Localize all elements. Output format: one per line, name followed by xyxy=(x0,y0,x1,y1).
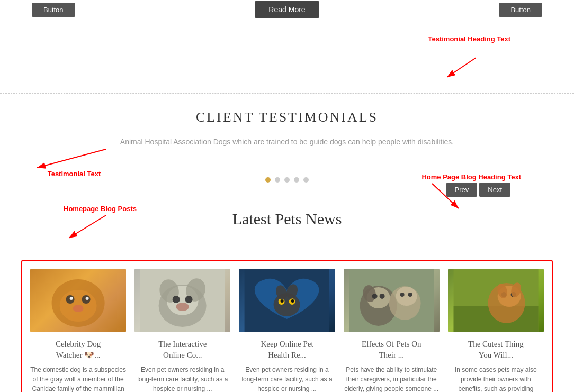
testimonials-section: CLIENT TESTIMONIALS Testimonial Text Ani… xyxy=(0,93,574,169)
blog-card-1-image xyxy=(30,269,126,332)
svg-point-27 xyxy=(281,299,284,303)
svg-point-22 xyxy=(176,303,189,311)
blog-card-5-title: The Cutest ThingYou Will... xyxy=(468,339,524,361)
blog-card-1-excerpt: The domestic dog is a subspecies of the … xyxy=(30,365,126,392)
dog-grey-svg xyxy=(134,269,230,332)
blog-card-5-excerpt: In some cases pets may also provide thei… xyxy=(448,365,544,392)
svg-point-13 xyxy=(86,297,89,300)
dogs-two-svg xyxy=(344,269,440,332)
svg-point-39 xyxy=(400,293,404,297)
homepage-blog-annotation: Homepage Blog Posts xyxy=(64,205,137,244)
read-more-button[interactable]: Read More xyxy=(255,1,319,18)
homepage-blog-arrow-icon xyxy=(64,213,127,242)
svg-point-21 xyxy=(185,296,193,303)
blog-heading-text-annotation: Home Page Blog Heading Text xyxy=(421,173,521,215)
blog-card-3: Keep Online PetHealth Re... Even pet own… xyxy=(239,269,335,392)
blog-card-5: The Cutest ThingYou Will... In some case… xyxy=(448,269,544,392)
svg-point-24 xyxy=(274,293,300,316)
annotation-area: Testimonial Heading Text xyxy=(0,19,574,93)
blog-card-2-excerpt: Even pet owners residing in a long-term … xyxy=(134,365,230,392)
testimonial-text-arrow-icon xyxy=(32,141,116,173)
blog-card-1: Celebrity DogWatcher 🐶... The domestic d… xyxy=(30,269,126,392)
heading-arrow-icon xyxy=(444,55,487,81)
right-button[interactable]: Button xyxy=(499,3,542,17)
svg-point-40 xyxy=(408,293,412,297)
dot-5[interactable] xyxy=(303,177,309,183)
blog-card-3-excerpt: Even pet owners residing in a long-term … xyxy=(239,365,335,392)
dog-field-svg xyxy=(448,269,544,332)
dot-4[interactable] xyxy=(294,177,299,183)
blog-card-2-image xyxy=(134,269,230,332)
blog-card-2: The InteractiveOnline Co... Even pet own… xyxy=(134,269,230,392)
dot-1[interactable] xyxy=(265,177,271,183)
testimonial-heading-annotation: Testimonial Heading Text xyxy=(428,34,510,43)
blog-card-4-excerpt: Pets have the ability to stimulate their… xyxy=(344,365,440,392)
blog-card-3-image xyxy=(239,269,335,332)
blog-card-1-title: Celebrity DogWatcher 🐶... xyxy=(56,339,101,361)
blog-card-4-title: Effects Of Pets OnTheir ... xyxy=(362,339,421,361)
svg-line-1 xyxy=(447,58,476,77)
svg-point-38 xyxy=(396,287,417,306)
blog-grid: Celebrity DogWatcher 🐶... The domestic d… xyxy=(30,269,544,392)
svg-point-28 xyxy=(291,299,294,303)
svg-point-35 xyxy=(372,294,377,299)
blog-card-2-title: The InteractiveOnline Co... xyxy=(158,339,207,361)
blog-card-5-image xyxy=(448,269,544,332)
dot-3[interactable] xyxy=(284,177,290,183)
top-bar: Button Read More Button xyxy=(0,0,574,19)
svg-point-36 xyxy=(379,294,384,299)
blog-card-3-title: Keep Online PetHealth Re... xyxy=(261,339,313,361)
dot-2[interactable] xyxy=(275,177,280,183)
cat-orange-svg xyxy=(30,269,126,332)
svg-line-3 xyxy=(37,149,106,168)
blog-card-4-image xyxy=(344,269,440,332)
blog-section: Homepage Blog Posts Home Page Blog Headi… xyxy=(0,210,574,392)
blog-card-4: Effects Of Pets OnTheir ... Pets have th… xyxy=(344,269,440,392)
testimonials-title: CLIENT TESTIMONIALS xyxy=(32,110,542,125)
cat-dark-svg xyxy=(239,269,335,332)
svg-point-14 xyxy=(73,305,84,312)
blog-heading-arrow-icon xyxy=(421,181,474,213)
svg-line-7 xyxy=(432,184,459,208)
svg-line-5 xyxy=(69,215,106,238)
blog-heading-area: Homepage Blog Posts Home Page Blog Headi… xyxy=(21,210,553,228)
svg-point-12 xyxy=(70,297,73,300)
left-button[interactable]: Button xyxy=(32,3,75,17)
svg-point-20 xyxy=(173,296,180,303)
blog-grid-wrapper: Celebrity DogWatcher 🐶... The domestic d… xyxy=(21,260,553,392)
blog-section-title: Latest Pets News xyxy=(232,210,342,228)
